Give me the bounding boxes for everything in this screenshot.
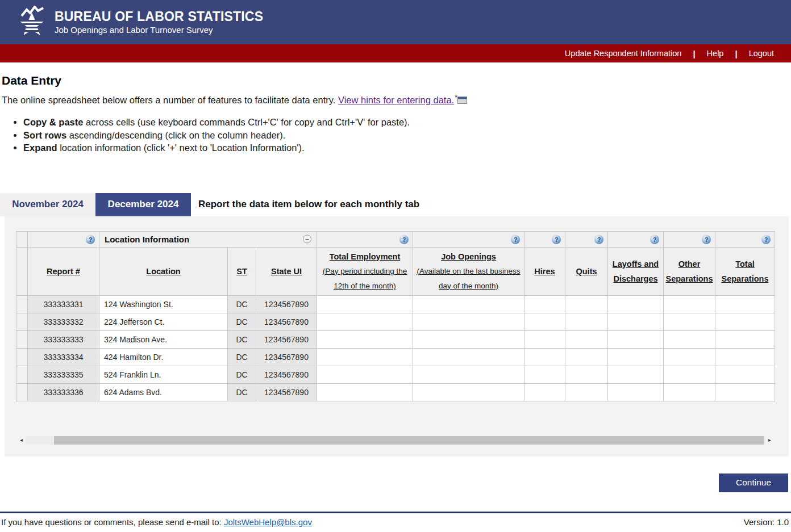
total-employment-entry-cell[interactable] [317, 348, 413, 366]
sort-st-link[interactable]: ST [236, 264, 247, 279]
scroll-left-arrow-icon[interactable]: ◄ [17, 436, 26, 445]
layoffs-entry-cell[interactable] [608, 348, 664, 366]
layoffs-entry-cell[interactable] [608, 383, 664, 401]
row-selector-cell [16, 330, 28, 348]
sort-hires-link[interactable]: Hires [534, 264, 555, 279]
total-separations-entry-cell[interactable] [715, 348, 775, 366]
sort-total-separations-link[interactable]: Total Separations [716, 257, 774, 286]
job-openings-entry-cell[interactable] [413, 295, 524, 313]
help-icon[interactable]: ? [650, 235, 659, 244]
sort-job-openings-link[interactable]: Job Openings(Available on the last busin… [414, 249, 523, 294]
layoffs-entry-cell[interactable] [608, 330, 664, 348]
report-number-cell: 333333335 [28, 366, 99, 383]
app-subtitle: Job Openings and Labor Turnover Survey [55, 24, 263, 35]
total-employment-help-cell: ? [317, 231, 413, 247]
table-row: 333333332 224 Jefferson Ct. DC 123456789… [16, 313, 775, 330]
nav-update-respondent-link[interactable]: Update Respondent Information [565, 49, 682, 58]
sort-layoffs-link[interactable]: Layoffs and Discharges [609, 257, 663, 286]
sort-report-link[interactable]: Report # [47, 264, 80, 279]
report-number-cell: 333333333 [28, 330, 99, 348]
layoffs-entry-cell[interactable] [608, 366, 664, 383]
quits-entry-cell[interactable] [565, 313, 608, 330]
nav-help-link[interactable]: Help [707, 49, 724, 58]
selector-header-cell [16, 247, 28, 295]
layoffs-entry-cell[interactable] [608, 295, 664, 313]
job-openings-entry-cell[interactable] [413, 366, 524, 383]
quits-entry-cell[interactable] [565, 348, 608, 366]
scrollbar-thumb[interactable] [54, 436, 764, 445]
grid-header-row: Report # Location ST State UI Total Empl… [16, 247, 775, 295]
new-window-icon [457, 97, 467, 104]
hires-entry-cell[interactable] [524, 313, 565, 330]
state-cell: DC [228, 383, 256, 401]
continue-button[interactable]: Continue [719, 474, 788, 492]
total-employment-entry-cell[interactable] [317, 383, 413, 401]
other-separations-entry-cell[interactable] [664, 366, 715, 383]
view-hints-link[interactable]: View hints for entering data. [338, 95, 454, 105]
hires-entry-cell[interactable] [524, 330, 565, 348]
email-link[interactable]: JoltsWebHelp@bls.gov [224, 517, 312, 527]
sort-other-separations-link[interactable]: Other Separations [664, 257, 714, 286]
sort-location-link[interactable]: Location [146, 264, 180, 279]
other-separations-entry-cell[interactable] [664, 348, 715, 366]
location-cell: 624 Adams Bvd. [99, 383, 228, 401]
feature-list: Copy & paste across cells (use keyboard … [0, 117, 791, 154]
quits-entry-cell[interactable] [565, 295, 608, 313]
other-separations-entry-cell[interactable] [664, 383, 715, 401]
total-employment-entry-cell[interactable] [317, 295, 413, 313]
quits-entry-cell[interactable] [565, 366, 608, 383]
job-openings-entry-cell[interactable] [413, 348, 524, 366]
tabs-caption: Report the data item below for each mont… [198, 199, 419, 210]
nav-logout-link[interactable]: Logout [749, 49, 774, 58]
job-openings-entry-cell[interactable] [413, 383, 524, 401]
help-icon[interactable]: ? [399, 235, 409, 244]
total-separations-entry-cell[interactable] [715, 366, 775, 383]
state-cell: DC [228, 313, 256, 330]
state-ui-cell: 1234567890 [256, 330, 317, 348]
quits-entry-cell[interactable] [565, 330, 608, 348]
help-icon[interactable]: ? [761, 235, 771, 244]
job-openings-entry-cell[interactable] [413, 330, 524, 348]
layoffs-help-cell: ? [608, 231, 664, 247]
other-separations-entry-cell[interactable] [664, 295, 715, 313]
total-separations-entry-cell[interactable] [715, 330, 775, 348]
other-separations-entry-cell[interactable] [664, 330, 715, 348]
feature-copy-paste: Copy & paste across cells (use keyboard … [23, 117, 791, 128]
help-icon[interactable]: ? [86, 235, 95, 244]
scrollbar-track[interactable] [26, 436, 765, 445]
state-cell: DC [228, 348, 256, 366]
feature-sort-rows: Sort rows ascending/descending (click on… [23, 130, 791, 141]
layoffs-entry-cell[interactable] [608, 313, 664, 330]
scroll-right-arrow-icon[interactable]: ► [765, 436, 774, 445]
help-icon[interactable]: ? [552, 235, 561, 244]
total-separations-entry-cell[interactable] [715, 295, 775, 313]
tab-november-2024[interactable]: November 2024 [0, 193, 95, 216]
total-employment-entry-cell[interactable] [317, 366, 413, 383]
sort-quits-link[interactable]: Quits [576, 264, 597, 279]
help-icon[interactable]: ? [594, 235, 603, 244]
sort-state-ui-link[interactable]: State UI [271, 264, 302, 279]
grid-help-row: ? Location Information – ? ? ? ? ? ? ? [16, 231, 775, 247]
total-employment-entry-cell[interactable] [317, 313, 413, 330]
tab-december-2024[interactable]: December 2024 [95, 193, 191, 216]
month-tabs: November 2024 December 2024 Report the d… [0, 193, 791, 216]
hires-entry-cell[interactable] [524, 295, 565, 313]
bls-star-logo-icon [16, 6, 48, 39]
total-separations-entry-cell[interactable] [715, 383, 775, 401]
state-cell: DC [228, 330, 256, 348]
footer-contact: If you have questions or comments, pleas… [1, 517, 312, 527]
sort-total-employment-link[interactable]: Total Employment(Pay period including th… [318, 249, 412, 294]
hires-entry-cell[interactable] [524, 348, 565, 366]
job-openings-entry-cell[interactable] [413, 313, 524, 330]
total-separations-entry-cell[interactable] [715, 313, 775, 330]
help-icon[interactable]: ? [511, 235, 520, 244]
intro-text: The online spreadsheet below offers a nu… [2, 95, 791, 106]
quits-entry-cell[interactable] [565, 383, 608, 401]
other-separations-entry-cell[interactable] [664, 313, 715, 330]
horizontal-scrollbar: ◄ ► [17, 436, 774, 445]
total-employment-entry-cell[interactable] [317, 330, 413, 348]
collapse-location-icon[interactable]: – [303, 235, 311, 244]
hires-entry-cell[interactable] [524, 366, 565, 383]
help-icon[interactable]: ? [702, 235, 711, 244]
hires-entry-cell[interactable] [524, 383, 565, 401]
